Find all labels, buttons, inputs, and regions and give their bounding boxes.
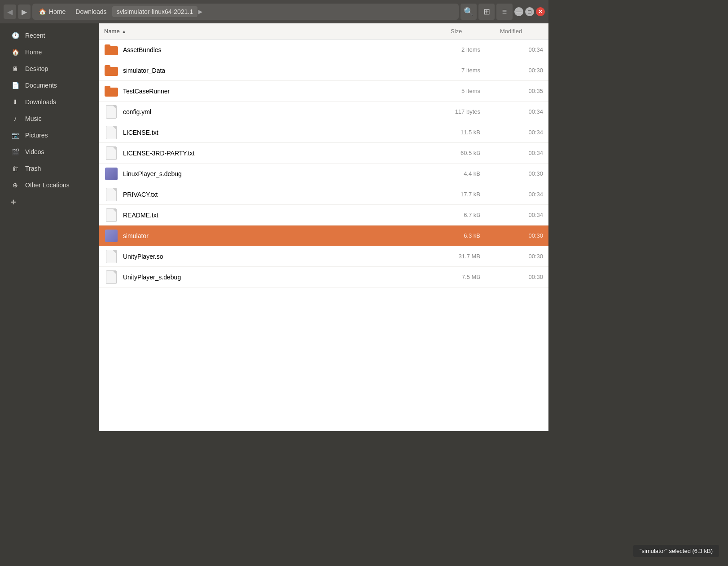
file-icon-cell bbox=[104, 229, 118, 243]
file-icon-cell bbox=[104, 84, 118, 98]
file-size: 117 bytes bbox=[440, 108, 489, 115]
file-size: 17.7 kB bbox=[440, 191, 489, 198]
folder-icon bbox=[105, 65, 118, 76]
file-modified: 00:30 bbox=[489, 170, 543, 177]
table-row[interactable]: config.yml 117 bytes 00:34 bbox=[99, 102, 548, 122]
sidebar-item-pictures[interactable]: 📷 Pictures bbox=[4, 127, 95, 143]
column-modified[interactable]: Modified bbox=[495, 23, 548, 39]
file-icon-cell bbox=[104, 105, 118, 119]
breadcrumb: 🏠 Home Downloads svlsimulator-linux64-20… bbox=[32, 4, 459, 20]
file-name: UnityPlayer.so bbox=[123, 253, 440, 260]
file-size: 60.5 kB bbox=[440, 150, 489, 156]
home-label: Home bbox=[49, 8, 66, 15]
file-name: simulator_Data bbox=[123, 67, 440, 74]
plus-icon: + bbox=[11, 197, 16, 208]
other-icon: ⊕ bbox=[11, 181, 20, 190]
forward-button[interactable]: ▶ bbox=[18, 4, 31, 19]
sidebar-item-desktop[interactable]: 🖥 Desktop bbox=[4, 61, 95, 77]
main-layout: 🕐 Recent 🏠 Home 🖥 Desktop 📄 Documents ⬇ … bbox=[0, 23, 548, 431]
file-name: config.yml bbox=[123, 108, 440, 115]
file-size: 6.7 kB bbox=[440, 212, 489, 218]
file-modified: 00:30 bbox=[489, 232, 543, 239]
sidebar-item-label: Pictures bbox=[25, 132, 48, 139]
table-row[interactable]: TestCaseRunner 5 items 00:35 bbox=[99, 81, 548, 102]
sidebar-item-downloads[interactable]: ⬇ Downloads bbox=[4, 94, 95, 110]
file-icon-cell bbox=[104, 125, 118, 140]
debug-icon bbox=[105, 168, 118, 180]
table-row[interactable]: AssetBundles 2 items 00:34 bbox=[99, 40, 548, 60]
file-size: 7.5 MB bbox=[440, 274, 489, 280]
file-name: AssetBundles bbox=[123, 46, 440, 53]
home-icon: 🏠 bbox=[11, 48, 20, 57]
sidebar-item-label: Music bbox=[25, 115, 42, 122]
file-list: AssetBundles 2 items 00:34 simulator_Dat… bbox=[99, 40, 548, 431]
table-row[interactable]: UnityPlayer_s.debug 7.5 MB 00:30 bbox=[99, 267, 548, 287]
table-row[interactable]: simulator 6.3 kB 00:30 bbox=[99, 226, 548, 246]
table-row[interactable]: UnityPlayer.so 31.7 MB 00:30 bbox=[99, 246, 548, 267]
search-button[interactable]: 🔍 bbox=[460, 4, 477, 20]
breadcrumb-downloads[interactable]: Downloads bbox=[71, 6, 111, 17]
column-size[interactable]: Size bbox=[445, 23, 495, 39]
file-modified: 00:34 bbox=[489, 150, 543, 156]
file-modified: 00:34 bbox=[489, 46, 543, 53]
sidebar-item-other[interactable]: ⊕ Other Locations bbox=[4, 177, 95, 193]
table-row[interactable]: LICENSE.txt 11.5 kB 00:34 bbox=[99, 122, 548, 143]
menu-button[interactable]: ≡ bbox=[496, 4, 513, 20]
file-size: 7 items bbox=[440, 67, 489, 74]
breadcrumb-home[interactable]: 🏠 Home bbox=[34, 6, 70, 17]
folder-icon bbox=[105, 44, 118, 55]
sidebar-item-label: Videos bbox=[25, 148, 44, 155]
downloads-icon: ⬇ bbox=[11, 97, 20, 106]
exec-icon bbox=[105, 230, 118, 242]
text-file-icon bbox=[106, 126, 117, 139]
file-modified: 00:35 bbox=[489, 88, 543, 94]
trash-icon: 🗑 bbox=[11, 164, 20, 173]
view-button[interactable]: ⊞ bbox=[478, 4, 495, 20]
file-modified: 00:34 bbox=[489, 212, 543, 218]
file-size: 31.7 MB bbox=[440, 253, 489, 260]
minimize-button[interactable]: — bbox=[514, 7, 523, 16]
desktop-icon: 🖥 bbox=[11, 64, 20, 73]
sidebar: 🕐 Recent 🏠 Home 🖥 Desktop 📄 Documents ⬇ … bbox=[0, 23, 99, 431]
sidebar-item-label: Desktop bbox=[25, 65, 48, 72]
text-file-icon bbox=[106, 208, 117, 222]
file-icon-cell bbox=[104, 146, 118, 160]
sidebar-item-recent[interactable]: 🕐 Recent bbox=[4, 27, 95, 44]
file-name: LinuxPlayer_s.debug bbox=[123, 170, 440, 177]
sidebar-item-videos[interactable]: 🎬 Videos bbox=[4, 144, 95, 160]
sidebar-item-label: Recent bbox=[25, 32, 45, 39]
back-button[interactable]: ◀ bbox=[4, 4, 16, 19]
file-area: Name ▲ Size Modified AssetBundles 2 item… bbox=[99, 23, 548, 431]
table-row[interactable]: LinuxPlayer_s.debug 4.4 kB 00:30 bbox=[99, 164, 548, 184]
table-row[interactable]: README.txt 6.7 kB 00:34 bbox=[99, 205, 548, 226]
file-icon-cell bbox=[104, 167, 118, 181]
home-icon: 🏠 bbox=[39, 8, 46, 15]
add-location-button[interactable]: + bbox=[4, 194, 95, 211]
sidebar-item-home[interactable]: 🏠 Home bbox=[4, 44, 95, 60]
pictures-icon: 📷 bbox=[11, 131, 20, 140]
sidebar-item-documents[interactable]: 📄 Documents bbox=[4, 77, 95, 93]
breadcrumb-current[interactable]: svlsimulator-linux64-2021.1 bbox=[112, 6, 197, 17]
file-size: 2 items bbox=[440, 46, 489, 53]
file-size: 11.5 kB bbox=[440, 129, 489, 136]
file-modified: 00:34 bbox=[489, 191, 543, 198]
titlebar: ◀ ▶ 🏠 Home Downloads svlsimulator-linux6… bbox=[0, 0, 548, 23]
column-name[interactable]: Name ▲ bbox=[99, 23, 445, 39]
text-file-icon bbox=[106, 250, 117, 263]
table-row[interactable]: simulator_Data 7 items 00:30 bbox=[99, 60, 548, 81]
sidebar-item-label: Documents bbox=[25, 82, 57, 89]
close-button[interactable]: ✕ bbox=[536, 7, 545, 16]
table-row[interactable]: LICENSE-3RD-PARTY.txt 60.5 kB 00:34 bbox=[99, 143, 548, 164]
file-size: 5 items bbox=[440, 88, 489, 94]
sidebar-item-trash[interactable]: 🗑 Trash bbox=[4, 160, 95, 177]
documents-icon: 📄 bbox=[11, 81, 20, 90]
sort-indicator: ▲ bbox=[122, 29, 127, 34]
maximize-button[interactable]: □ bbox=[525, 7, 534, 16]
file-size: 4.4 kB bbox=[440, 170, 489, 177]
sidebar-item-label: Home bbox=[25, 49, 42, 56]
file-name: LICENSE-3RD-PARTY.txt bbox=[123, 150, 440, 157]
table-row[interactable]: PRIVACY.txt 17.7 kB 00:34 bbox=[99, 184, 548, 205]
file-name: simulator bbox=[123, 232, 440, 239]
sidebar-item-music[interactable]: ♪ Music bbox=[4, 111, 95, 127]
file-modified: 00:30 bbox=[489, 253, 543, 260]
